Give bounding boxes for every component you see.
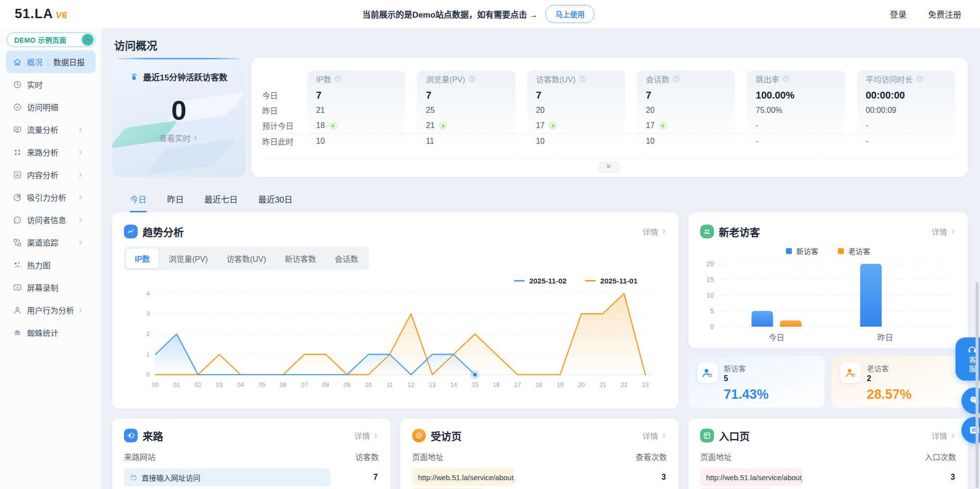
svg-text:2: 2: [147, 331, 150, 338]
logo-version-badge: V6: [56, 10, 67, 21]
forecast-number: 17: [536, 121, 545, 130]
chevron-right-icon: [661, 229, 667, 234]
forecast-number: -: [756, 121, 758, 130]
svg-text:05: 05: [259, 382, 266, 388]
trend-detail-link[interactable]: 详情: [642, 226, 667, 237]
stat-box-count: 2: [867, 374, 889, 383]
metric-name: 访客数(UV): [536, 71, 616, 87]
sidebar-item-realtime[interactable]: 实时: [6, 73, 96, 96]
svg-text:14: 14: [450, 382, 457, 388]
metric-name: 平均访问时长: [866, 71, 946, 87]
table-columns: 页面地址查看次数: [412, 451, 667, 463]
detail-link[interactable]: 详情: [642, 430, 667, 441]
metric-col-avg-duration: 平均访问时长00:00:0000:00:09--: [857, 71, 955, 149]
row-value: 3: [951, 468, 955, 486]
help-icon: [916, 75, 924, 83]
trend-metric-tab-uv[interactable]: 访客数(UV): [218, 249, 275, 268]
trend-metric-tab-pv[interactable]: 浏览量(PV): [160, 249, 217, 268]
table-row[interactable]: http://web.51.la/service/about_us3: [700, 468, 956, 486]
traffic-icon: [13, 125, 22, 134]
svg-text:0: 0: [710, 323, 714, 331]
home-icon: [13, 57, 22, 67]
metric-name-label: 跳出率: [756, 73, 779, 85]
detail-link[interactable]: 详情: [931, 430, 956, 441]
row-value: 7: [373, 468, 378, 486]
chevron-right-icon: [373, 433, 379, 438]
source-icon: [124, 429, 138, 442]
trend-metric-tab-new-visitors[interactable]: 新访客数: [276, 249, 325, 268]
main-content: 访问概况 最近15分钟活跃访客数 0 查看实时 今日昨日预计今日昨日此时IP数7…: [101, 28, 980, 489]
legend-item: 老访客: [838, 246, 870, 256]
bottom-card-entry: 入口页详情页面地址入口次数http://web.51.la/service/ab…: [688, 418, 968, 489]
trend-line-chart[interactable]: 0123400010203040506070809101112131415161…: [124, 286, 667, 397]
sidebar-item-traffic-analysis[interactable]: 流量分析: [6, 118, 96, 141]
svg-text:00: 00: [152, 382, 159, 388]
column-value-header: 访客数: [355, 451, 379, 463]
active-visitors-value: 0: [112, 97, 245, 124]
svg-text:4: 4: [147, 290, 150, 297]
sidebar-item-spider-stats[interactable]: 蜘蛛统计: [6, 321, 96, 344]
table-row[interactable]: http://web.51.la/service/about_us3: [412, 468, 667, 486]
metric-forecast-value: 17: [646, 118, 726, 133]
metric-name-label: 浏览量(PV): [426, 73, 465, 85]
sidebar-item-channel-tracking[interactable]: 渠道追踪: [6, 231, 96, 254]
trend-metric-tab-sessions[interactable]: 会话数: [326, 249, 367, 268]
detail-icon: [13, 103, 22, 112]
metric-col-pv: 浏览量(PV)7252111: [417, 71, 515, 149]
row-name: http://web.51.la/service/about_us: [706, 473, 803, 482]
visitors-legend: 新访客老访客: [700, 246, 956, 256]
register-link[interactable]: 免费注册: [928, 8, 961, 20]
trend-chart-icon: [124, 225, 138, 238]
legend-label: 老访客: [848, 246, 870, 256]
trend-metric-tab-ip[interactable]: IP数: [126, 249, 159, 268]
trend-down-icon: [439, 121, 447, 130]
sidebar-item-content-analysis[interactable]: 内容分析: [6, 163, 96, 186]
sidebar-collapse-button[interactable]: [82, 34, 94, 46]
visitors-bar-chart[interactable]: 05101520今日昨日: [700, 258, 956, 344]
card-header: 受访页详情: [412, 428, 667, 443]
trend-down-icon: [659, 121, 667, 130]
sidebar-item-label: 用户行为分析: [27, 304, 74, 316]
page-scrollbar[interactable]: [976, 282, 979, 488]
sidebar-item-label: 流量分析: [27, 124, 58, 135]
detail-link[interactable]: 详情: [354, 430, 379, 441]
sidebar-item-attraction-analysis[interactable]: 吸引力分析: [6, 186, 96, 208]
visitors-detail-link[interactable]: 详情: [931, 226, 956, 237]
logo[interactable]: 51.LA V6: [15, 6, 67, 22]
legend-square-swatch: [786, 248, 792, 254]
svg-text:10: 10: [706, 291, 714, 299]
stat-box-count: 5: [724, 374, 746, 383]
sidebar-item-visitor-info[interactable]: 访问者信息: [6, 208, 96, 231]
date-tab-today[interactable]: 今日: [130, 193, 147, 212]
realtime-icon: [13, 80, 22, 89]
active-visitors-title: 最近15分钟活跃访客数: [143, 71, 227, 83]
stat-box-top: 新访客5: [697, 362, 816, 383]
expand-stats-button[interactable]: [599, 162, 620, 173]
date-tab-last7[interactable]: 最近七日: [204, 193, 238, 212]
table-row[interactable]: 直接输入网址访问7: [124, 468, 379, 486]
view-realtime-link[interactable]: 查看实时: [159, 132, 198, 144]
card-title: 来路: [143, 428, 163, 443]
overview-stats-card: 今日昨日预计今日昨日此时IP数7211810浏览量(PV)7252111访客数(…: [251, 58, 968, 177]
sidebar-item-screen-record[interactable]: 屏幕录制: [6, 276, 96, 299]
date-tab-last30[interactable]: 最近30日: [258, 193, 293, 212]
overview-table: 今日昨日预计今日昨日此时IP数7211810浏览量(PV)7252111访客数(…: [251, 58, 968, 149]
sidebar-item-user-behavior[interactable]: 用户行为分析: [6, 299, 96, 321]
date-tab-yesterday[interactable]: 昨日: [167, 193, 184, 212]
direct-visit-icon: [130, 474, 137, 481]
stat-box-percent: 71.43%: [724, 387, 816, 402]
sidebar-item-overview[interactable]: 概况|数据日报: [6, 51, 96, 73]
sidebar-item-referrer-analysis[interactable]: 来路分析: [6, 141, 96, 163]
svg-text:12: 12: [408, 382, 415, 388]
sidebar-item-visit-detail[interactable]: 访问明细: [6, 96, 96, 118]
metric-col-sessions: 会话数7201710: [637, 71, 735, 149]
use-now-button[interactable]: 马上使用: [545, 5, 594, 23]
metric-forecast-value: -: [756, 118, 836, 133]
site-selector[interactable]: DEMO 示例页面: [7, 32, 96, 47]
metric-sametime-value: 11: [426, 133, 506, 149]
svg-text:15: 15: [471, 382, 478, 388]
login-link[interactable]: 登录: [890, 8, 906, 20]
sidebar-item-heatmap[interactable]: 热力图: [6, 254, 96, 276]
attraction-icon: [13, 193, 22, 202]
chevron-right-icon: [77, 194, 84, 201]
